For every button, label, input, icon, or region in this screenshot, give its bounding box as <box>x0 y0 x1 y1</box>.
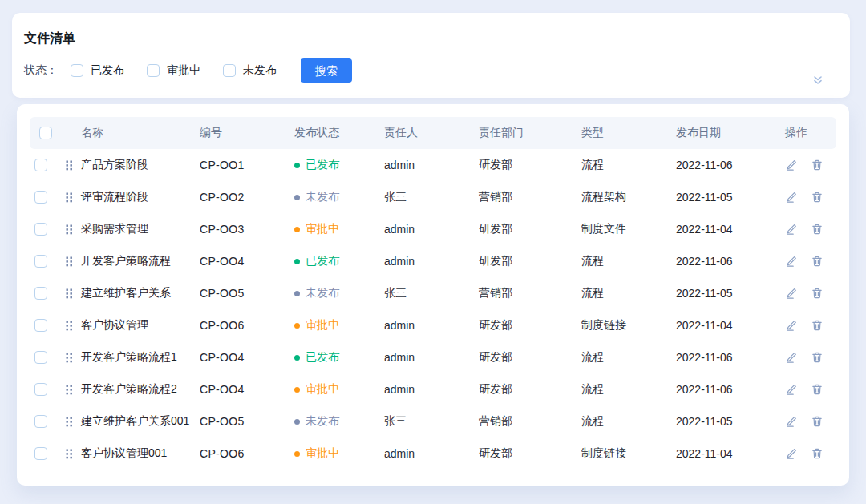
edit-button[interactable] <box>785 383 798 396</box>
delete-button[interactable] <box>811 351 824 364</box>
filter-row: 状态： 已发布 审批中 未发布 搜索 <box>24 58 838 83</box>
file-name: 建立维护客户关系 <box>76 286 195 300</box>
table-row: 评审流程阶段 CP-OO2 未发布 张三 营销部 流程架构 2022-11-05 <box>30 181 836 213</box>
drag-handle-icon[interactable] <box>57 321 76 331</box>
edit-button[interactable] <box>785 159 798 171</box>
status-dot-icon <box>294 451 300 457</box>
owner: 张三 <box>379 414 474 429</box>
file-type: 流程 <box>577 350 671 365</box>
row-checkbox[interactable] <box>34 159 47 171</box>
file-name: 客户协议管理001 <box>76 446 195 461</box>
status-checkbox[interactable] <box>223 64 236 77</box>
edit-button[interactable] <box>785 415 798 428</box>
delete-button[interactable] <box>811 191 824 204</box>
col-header-owner: 责任人 <box>379 126 474 140</box>
row-checkbox[interactable] <box>34 383 47 396</box>
row-checkbox[interactable] <box>34 415 47 428</box>
department: 研发部 <box>474 254 577 268</box>
col-header-ops: 操作 <box>780 126 836 140</box>
publish-date: 2022-11-05 <box>671 415 780 428</box>
edit-button[interactable] <box>785 447 798 460</box>
table-header-row: 名称 编号 发布状态 责任人 责任部门 类型 发布日期 操作 <box>30 117 836 149</box>
file-code: CP-OO4 <box>195 351 289 364</box>
row-checkbox[interactable] <box>34 447 47 460</box>
publish-date: 2022-11-04 <box>671 447 780 460</box>
drag-handle-icon[interactable] <box>57 417 76 427</box>
col-header-code: 编号 <box>195 126 289 140</box>
drag-handle-icon[interactable] <box>57 353 76 363</box>
status-dot-icon <box>294 163 300 168</box>
delete-button[interactable] <box>811 255 824 268</box>
file-code: CP-OO5 <box>195 415 289 428</box>
status-checkbox[interactable] <box>71 64 83 77</box>
delete-button[interactable] <box>811 447 824 460</box>
drag-handle-icon[interactable] <box>57 160 76 171</box>
file-name: 客户协议管理 <box>76 318 195 333</box>
drag-handle-icon[interactable] <box>57 288 76 299</box>
row-checkbox[interactable] <box>34 223 47 236</box>
search-button[interactable]: 搜索 <box>301 58 352 83</box>
status-text: 已发布 <box>306 158 339 172</box>
drag-handle-icon[interactable] <box>57 224 76 235</box>
row-checkbox[interactable] <box>34 319 47 332</box>
status-filter-option[interactable]: 未发布 <box>223 63 277 78</box>
drag-handle-icon[interactable] <box>57 256 76 267</box>
drag-handle-icon[interactable] <box>57 385 76 395</box>
status-dot-icon <box>294 387 300 393</box>
row-actions <box>780 287 836 300</box>
status-text: 已发布 <box>306 350 339 365</box>
department: 营销部 <box>474 286 577 300</box>
select-all-checkbox[interactable] <box>39 127 52 139</box>
col-header-name: 名称 <box>76 126 195 140</box>
owner: 张三 <box>379 286 474 300</box>
row-actions <box>780 383 836 396</box>
status-badge: 审批中 <box>294 222 339 236</box>
file-type: 流程 <box>577 414 671 429</box>
row-checkbox[interactable] <box>34 191 47 204</box>
status-filter-option[interactable]: 已发布 <box>71 63 124 78</box>
row-checkbox[interactable] <box>34 351 47 364</box>
delete-button[interactable] <box>811 383 824 396</box>
edit-button[interactable] <box>785 287 798 300</box>
status-filter-option[interactable]: 审批中 <box>147 63 200 78</box>
table-row: 客户协议管理001 CP-OO6 审批中 admin 研发部 制度链接 2022… <box>30 437 836 470</box>
edit-button[interactable] <box>785 351 798 364</box>
delete-button[interactable] <box>811 223 824 236</box>
edit-button[interactable] <box>785 223 798 236</box>
edit-button[interactable] <box>785 255 798 268</box>
status-dot-icon <box>294 323 300 329</box>
drag-handle-icon[interactable] <box>57 449 76 459</box>
status-checkbox[interactable] <box>147 64 160 77</box>
status-filter-label: 状态： <box>24 63 58 78</box>
edit-button[interactable] <box>785 319 798 332</box>
row-actions <box>780 447 836 460</box>
row-checkbox[interactable] <box>34 255 47 268</box>
status-badge: 已发布 <box>294 350 339 365</box>
row-checkbox[interactable] <box>34 287 47 300</box>
status-checkbox-label: 未发布 <box>243 63 277 78</box>
department: 营销部 <box>474 190 577 204</box>
file-name: 采购需求管理 <box>76 222 195 236</box>
table-row: 开发客户策略流程2 CP-OO4 审批中 admin 研发部 流程 2022-1… <box>30 373 836 405</box>
department: 研发部 <box>474 158 577 172</box>
publish-date: 2022-11-06 <box>671 383 780 396</box>
file-code: CP-OO6 <box>195 319 289 332</box>
delete-button[interactable] <box>811 415 824 428</box>
file-code: CP-OO1 <box>195 159 289 171</box>
collapse-double-chevron-icon[interactable] <box>811 74 824 87</box>
drag-handle-icon[interactable] <box>57 192 76 203</box>
file-name: 评审流程阶段 <box>76 190 195 204</box>
table-row: 客户协议管理 CP-OO6 审批中 admin 研发部 制度链接 2022-11… <box>30 309 836 341</box>
row-actions <box>780 319 836 332</box>
owner: admin <box>379 447 474 460</box>
row-actions <box>780 223 836 236</box>
owner: admin <box>379 223 474 236</box>
edit-button[interactable] <box>785 191 798 204</box>
table-row: 建立维护客户关系001 CP-OO5 未发布 张三 营销部 流程 2022-11… <box>30 405 836 437</box>
publish-date: 2022-11-04 <box>671 223 780 236</box>
delete-button[interactable] <box>811 319 824 332</box>
delete-button[interactable] <box>811 287 824 300</box>
delete-button[interactable] <box>811 159 824 171</box>
status-text: 审批中 <box>306 318 339 333</box>
status-badge: 未发布 <box>294 286 339 300</box>
